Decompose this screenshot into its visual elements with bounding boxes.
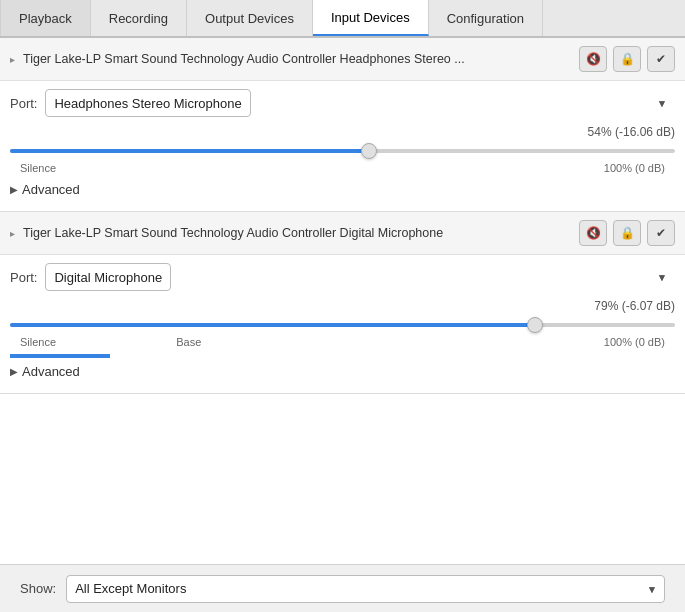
mute-icon: 🔇 <box>586 226 601 240</box>
slider-label-max: 100% (0 dB) <box>604 336 665 348</box>
advanced-arrow-icon-2: ▶ <box>10 366 18 377</box>
slider-labels-1: Silence100% (0 dB) <box>10 162 675 174</box>
device-header-1: ▸Tiger Lake-LP Smart Sound Technology Au… <box>0 38 685 81</box>
slider-area-1: 54% (-16.06 dB)Silence100% (0 dB) <box>0 121 685 176</box>
check-icon: ✔ <box>656 52 666 66</box>
port-select-2[interactable]: Digital Microphone <box>45 263 171 291</box>
mute-icon: 🔇 <box>586 52 601 66</box>
slider-track-1[interactable] <box>10 141 675 161</box>
port-select-wrapper-1: Headphones Stereo Microphone▼ <box>45 89 675 117</box>
slider-fill-1 <box>10 149 369 153</box>
check-icon: ✔ <box>656 226 666 240</box>
port-select-wrapper-2: Digital Microphone▼ <box>45 263 675 291</box>
port-chevron-icon-2: ▼ <box>657 272 667 283</box>
port-row-1: Port:Headphones Stereo Microphone▼ <box>0 81 685 121</box>
device-name-1: Tiger Lake-LP Smart Sound Technology Aud… <box>23 52 573 66</box>
port-row-2: Port:Digital Microphone▼ <box>0 255 685 295</box>
mute-button-2[interactable]: 🔇 <box>579 220 607 246</box>
slider-label-base: Base <box>176 336 201 348</box>
main-content: ▸Tiger Lake-LP Smart Sound Technology Au… <box>0 38 685 564</box>
tab-output-devices[interactable]: Output Devices <box>187 0 313 36</box>
device-expand-arrow-1[interactable]: ▸ <box>10 54 15 65</box>
check-button-1[interactable]: ✔ <box>647 46 675 72</box>
device-section-1: ▸Tiger Lake-LP Smart Sound Technology Au… <box>0 38 685 212</box>
slider-label: Silence <box>20 162 56 174</box>
advanced-row-2[interactable]: ▶Advanced <box>0 358 685 385</box>
show-select-wrapper: All Except MonitorsAllMonitors Only ▼ <box>66 575 665 603</box>
device-name-2: Tiger Lake-LP Smart Sound Technology Aud… <box>23 226 573 240</box>
slider-labels-2: SilenceBase100% (0 dB) <box>10 336 675 348</box>
lock-button-2[interactable]: 🔒 <box>613 220 641 246</box>
slider-fill-2 <box>10 323 535 327</box>
show-select[interactable]: All Except MonitorsAllMonitors Only <box>66 575 665 603</box>
lock-icon: 🔒 <box>620 226 635 240</box>
bottom-bar: Show: All Except MonitorsAllMonitors Onl… <box>0 564 685 612</box>
lock-button-1[interactable]: 🔒 <box>613 46 641 72</box>
advanced-label-1: Advanced <box>22 182 80 197</box>
mute-button-1[interactable]: 🔇 <box>579 46 607 72</box>
volume-display-2: 79% (-6.07 dB) <box>10 299 675 313</box>
device-expand-arrow-2[interactable]: ▸ <box>10 228 15 239</box>
lock-icon: 🔒 <box>620 52 635 66</box>
advanced-arrow-icon-1: ▶ <box>10 184 18 195</box>
tab-input-devices[interactable]: Input Devices <box>313 0 429 36</box>
slider-thumb-2[interactable] <box>527 317 543 333</box>
slider-thumb-1[interactable] <box>361 143 377 159</box>
slider-label-silence: Silence <box>20 336 56 348</box>
advanced-row-1[interactable]: ▶Advanced <box>0 176 685 203</box>
volume-display-1: 54% (-16.06 dB) <box>10 125 675 139</box>
tab-playback[interactable]: Playback <box>0 0 91 36</box>
port-chevron-icon-1: ▼ <box>657 98 667 109</box>
check-button-2[interactable]: ✔ <box>647 220 675 246</box>
tab-recording[interactable]: Recording <box>91 0 187 36</box>
tab-configuration[interactable]: Configuration <box>429 0 543 36</box>
port-label-2: Port: <box>10 270 37 285</box>
slider-label: 100% (0 dB) <box>604 162 665 174</box>
device-header-2: ▸Tiger Lake-LP Smart Sound Technology Au… <box>0 212 685 255</box>
show-label: Show: <box>20 581 56 596</box>
port-label-1: Port: <box>10 96 37 111</box>
port-select-1[interactable]: Headphones Stereo Microphone <box>45 89 251 117</box>
advanced-label-2: Advanced <box>22 364 80 379</box>
slider-area-2: 79% (-6.07 dB)SilenceBase100% (0 dB) <box>0 295 685 350</box>
device-section-2: ▸Tiger Lake-LP Smart Sound Technology Au… <box>0 212 685 394</box>
tab-bar: PlaybackRecordingOutput DevicesInput Dev… <box>0 0 685 38</box>
slider-track-2[interactable] <box>10 315 675 335</box>
